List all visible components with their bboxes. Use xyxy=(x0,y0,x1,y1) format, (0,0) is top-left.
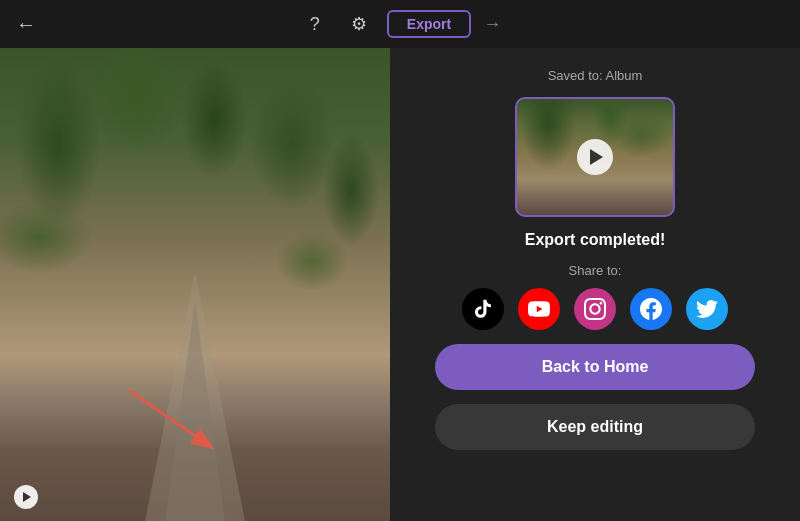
export-completed-label: Export completed! xyxy=(525,231,665,249)
settings-button[interactable]: ⚙ xyxy=(343,8,375,40)
export-panel: Saved to: Album Export completed! Share … xyxy=(390,48,800,521)
back-arrow-icon[interactable]: ← xyxy=(16,13,36,36)
video-thumbnail[interactable] xyxy=(515,97,675,217)
path-shape xyxy=(145,271,245,521)
settings-icon: ⚙ xyxy=(351,13,367,35)
help-button[interactable]: ? xyxy=(299,8,331,40)
keep-editing-button[interactable]: Keep editing xyxy=(435,404,755,450)
topbar-left: ← xyxy=(16,13,36,36)
export-button[interactable]: Export xyxy=(387,10,471,38)
thumbnail-play-icon[interactable] xyxy=(577,139,613,175)
youtube-share-button[interactable] xyxy=(518,288,560,330)
saved-label: Saved to: Album xyxy=(548,68,643,83)
topbar: ← ? ⚙ Export → xyxy=(0,0,800,48)
social-share-row xyxy=(462,288,728,330)
back-to-home-button[interactable]: Back to Home xyxy=(435,344,755,390)
forward-arrow-icon: → xyxy=(483,14,501,35)
video-scene xyxy=(0,48,390,521)
help-icon: ? xyxy=(310,14,320,35)
tiktok-share-button[interactable] xyxy=(462,288,504,330)
video-play-button[interactable] xyxy=(14,485,38,509)
topbar-center: ? ⚙ Export → xyxy=(299,8,501,40)
path-center xyxy=(165,301,225,521)
facebook-share-button[interactable] xyxy=(630,288,672,330)
share-label: Share to: xyxy=(569,263,622,278)
video-panel xyxy=(0,48,390,521)
main-content: Saved to: Album Export completed! Share … xyxy=(0,48,800,521)
instagram-share-button[interactable] xyxy=(574,288,616,330)
twitter-share-button[interactable] xyxy=(686,288,728,330)
